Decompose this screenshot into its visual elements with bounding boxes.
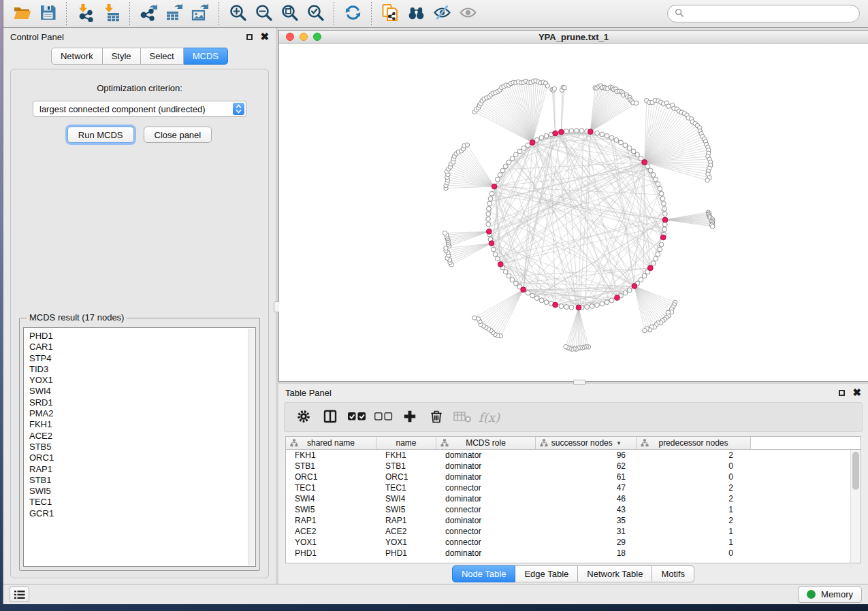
graph-node[interactable] [600,301,605,306]
graph-hub-node[interactable] [576,305,581,310]
graph-node[interactable] [517,149,522,154]
table-row[interactable]: ORC1ORC1dominator610 [286,472,861,482]
graph-node[interactable] [585,305,590,310]
select-all-button[interactable] [343,404,370,430]
mcds-result-list[interactable]: PHD1CAR1STP4TID3YOX1SWI4SRD1PMA2FKH1ACE2… [23,327,256,567]
graph-node[interactable] [487,201,492,206]
graph-node[interactable] [575,129,579,133]
mcds-result-item[interactable]: SWI4 [29,386,250,397]
table-scrollbar-thumb[interactable] [852,452,859,490]
graph-hub-node[interactable] [647,265,653,271]
graph-node[interactable] [623,143,628,148]
graph-node[interactable] [507,160,511,165]
graph-node[interactable] [590,304,594,309]
graph-node[interactable] [526,291,530,295]
mcds-result-item[interactable]: STP4 [29,353,250,364]
graph-node[interactable] [662,201,666,206]
graph-node[interactable] [544,300,549,305]
graph-node[interactable] [654,257,658,261]
graph-node[interactable] [488,197,493,201]
graph-node[interactable] [534,296,539,301]
graph-node[interactable] [631,149,636,154]
delete-column-button[interactable] [423,404,449,430]
search-input[interactable] [688,9,852,19]
column-header-name[interactable]: name [376,437,436,449]
clone-network-button[interactable] [377,2,403,25]
graph-hub-node[interactable] [492,184,497,189]
graph-node[interactable] [627,288,632,293]
table-scrollbar[interactable] [850,450,861,563]
table-row[interactable]: ACE2ACE2connector311 [286,526,861,537]
graph-node[interactable] [530,293,535,298]
graph-hub-node[interactable] [553,302,558,308]
graph-node[interactable] [662,227,667,232]
column-header-mcds-role[interactable]: MCDS role [436,437,536,449]
graph-node[interactable] [487,207,492,212]
graph-node[interactable] [656,182,660,186]
table-row[interactable]: YOX1YOX1connector291 [286,537,861,548]
show-task-history-button[interactable] [10,587,29,602]
graph-node[interactable] [662,212,667,216]
close-table-panel-icon[interactable]: ✖ [852,389,861,396]
graph-hub-node[interactable] [530,140,535,146]
horizontal-splitter[interactable] [278,382,868,384]
close-panel-button[interactable]: Close panel [144,127,212,143]
graph-node[interactable] [486,212,491,216]
mcds-result-item[interactable]: TID3 [29,364,250,375]
zoom-in-button[interactable] [225,2,251,25]
mcds-result-item[interactable]: STB5 [29,442,250,452]
network-window-titlebar[interactable]: YPA_prune.txt_1 [279,31,868,44]
graph-node[interactable] [605,133,609,138]
table-settings-button[interactable] [290,404,317,430]
graph-hub-node[interactable] [559,129,564,135]
graph-node[interactable] [595,303,600,308]
graph-leaf-node[interactable] [444,246,448,250]
mcds-result-item[interactable]: PMA2 [29,408,250,419]
graph-leaf-node[interactable] [545,84,549,88]
graph-node[interactable] [495,177,500,182]
tab-style[interactable]: Style [103,48,141,65]
memory-button[interactable]: Memory [798,587,862,603]
graph-node[interactable] [658,186,662,191]
graph-node[interactable] [614,137,619,142]
graph-leaf-node[interactable] [711,225,715,229]
graph-node[interactable] [510,156,515,161]
zoom-selected-button[interactable] [302,2,328,25]
network-canvas[interactable] [279,44,868,381]
graph-leaf-node[interactable] [643,329,647,333]
graph-node[interactable] [619,140,624,145]
graph-node[interactable] [493,252,498,257]
graph-node[interactable] [559,304,564,309]
export-network-button[interactable] [135,2,161,25]
import-network-button[interactable] [72,2,98,25]
graph-node[interactable] [656,252,660,257]
graph-node[interactable] [569,305,574,310]
graph-node[interactable] [651,261,656,266]
table-row[interactable]: SWI5SWI5connector431 [286,504,861,515]
graph-node[interactable] [609,135,614,140]
show-columns-button[interactable] [317,404,343,430]
mcds-result-item[interactable]: FKH1 [29,419,250,430]
graph-leaf-node[interactable] [552,86,556,90]
close-panel-icon[interactable]: ✖ [260,33,269,40]
export-image-button[interactable] [187,2,213,25]
graph-node[interactable] [513,281,518,286]
graph-leaf-node[interactable] [562,86,566,90]
mcds-result-item[interactable]: PHD1 [29,331,250,342]
graph-node[interactable] [507,274,511,278]
tab-mcds[interactable]: MCDS [184,48,228,65]
graph-node[interactable] [623,291,628,295]
mcds-result-item[interactable]: ORC1 [29,452,250,463]
horizontal-splitter-handle[interactable] [573,380,585,385]
first-neighbors-button[interactable] [403,2,429,25]
clear-table-button[interactable] [449,404,476,430]
graph-hub-node[interactable] [553,131,558,136]
graph-node[interactable] [660,197,665,201]
refresh-layout-button[interactable] [340,2,366,25]
graph-node[interactable] [564,129,569,134]
graph-node[interactable] [609,298,614,303]
graph-node[interactable] [659,242,664,247]
graph-node[interactable] [495,257,500,261]
graph-node[interactable] [486,222,491,227]
graph-node[interactable] [539,135,544,140]
